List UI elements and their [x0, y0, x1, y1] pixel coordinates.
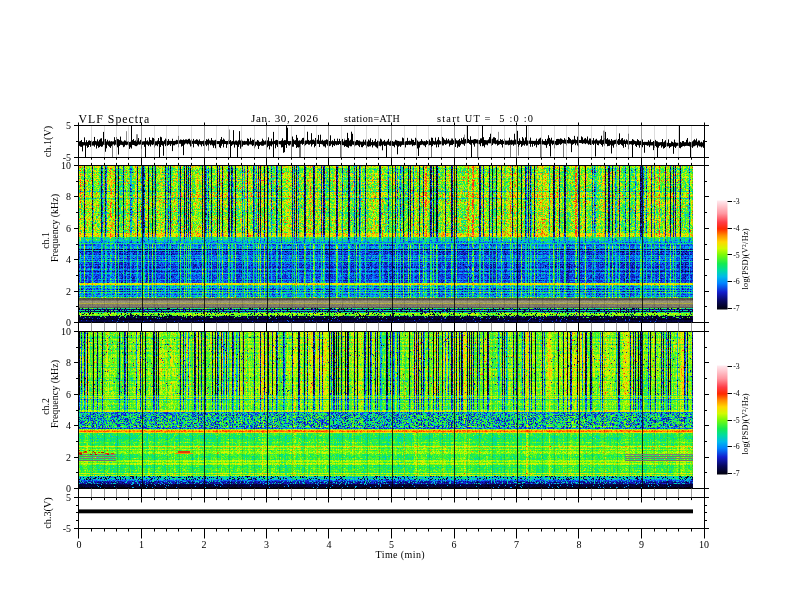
svg-text:1: 1 — [139, 539, 144, 550]
svg-text:6: 6 — [66, 389, 71, 400]
svg-text:start UT = 5 :0 :0: start UT = 5 :0 :0 — [437, 113, 534, 124]
svg-text:-7: -7 — [733, 304, 740, 313]
svg-text:-3: -3 — [733, 197, 740, 206]
svg-text:10: 10 — [61, 326, 71, 337]
svg-text:-3: -3 — [733, 362, 740, 371]
svg-text:8: 8 — [66, 191, 71, 202]
svg-text:7: 7 — [514, 539, 519, 550]
svg-text:ch.1(V): ch.1(V) — [42, 126, 54, 157]
svg-text:-6: -6 — [733, 442, 740, 451]
svg-text:VLF Spectra: VLF Spectra — [79, 112, 151, 126]
svg-text:9: 9 — [639, 539, 644, 550]
svg-text:-4: -4 — [733, 224, 740, 233]
svg-text:8: 8 — [66, 357, 71, 368]
svg-text:2: 2 — [66, 452, 71, 463]
svg-text:0: 0 — [77, 539, 82, 550]
svg-text:6: 6 — [66, 223, 71, 234]
svg-text:4: 4 — [66, 254, 71, 265]
svg-text:station=ATH: station=ATH — [344, 113, 400, 124]
svg-text:log(PSD)(V2/Hz): log(PSD)(V2/Hz) — [741, 393, 751, 454]
svg-text:3: 3 — [264, 539, 269, 550]
svg-text:10: 10 — [61, 160, 71, 171]
svg-text:5: 5 — [66, 492, 71, 503]
svg-text:-4: -4 — [733, 389, 740, 398]
svg-text:Jan. 30, 2026: Jan. 30, 2026 — [251, 112, 319, 124]
svg-text:5: 5 — [389, 539, 394, 550]
svg-text:5: 5 — [66, 120, 71, 131]
svg-text:6: 6 — [452, 539, 457, 550]
svg-text:-6: -6 — [733, 277, 740, 286]
svg-text:-5: -5 — [63, 523, 71, 534]
svg-text:10: 10 — [699, 539, 709, 550]
svg-text:ch.3(V): ch.3(V) — [42, 497, 54, 528]
svg-text:Frequency (kHz): Frequency (kHz) — [49, 194, 61, 262]
svg-text:4: 4 — [66, 420, 71, 431]
svg-text:8: 8 — [577, 539, 582, 550]
svg-text:Time (min): Time (min) — [376, 549, 425, 561]
svg-text:log(PSD)(V2/Hz): log(PSD)(V2/Hz) — [741, 228, 751, 289]
svg-text:-7: -7 — [733, 469, 740, 478]
svg-text:2: 2 — [202, 539, 207, 550]
svg-text:-5: -5 — [733, 416, 740, 425]
svg-text:-5: -5 — [733, 251, 740, 260]
svg-text:4: 4 — [327, 539, 332, 550]
svg-text:2: 2 — [66, 286, 71, 297]
svg-text:Frequency (kHz): Frequency (kHz) — [49, 360, 61, 428]
